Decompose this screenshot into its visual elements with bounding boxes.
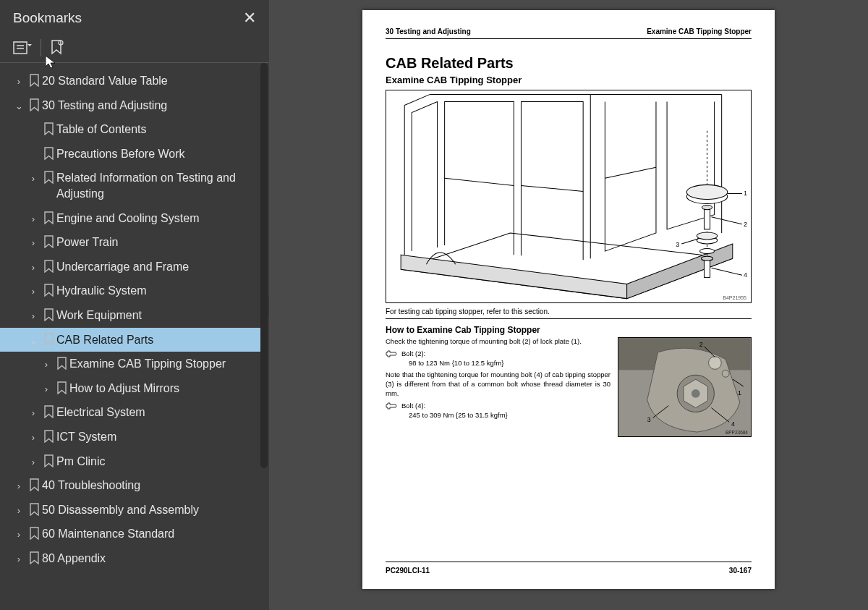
chevron-right-icon[interactable]: › [39, 358, 54, 371]
svg-line-32 [712, 268, 742, 275]
svg-text:2: 2 [744, 221, 747, 228]
bookmark-item[interactable]: ›Pm Clinic [0, 449, 265, 474]
chevron-right-icon[interactable]: › [12, 553, 26, 566]
bookmark-item[interactable]: Precautions Before Work [0, 142, 265, 166]
svg-point-26 [697, 232, 717, 240]
bookmark-item[interactable]: ›20 Standard Value Table [0, 69, 265, 93]
spec2-value: 245 to 309 Nm {25 to 31.5 kgfm} [401, 411, 508, 420]
bookmarks-panel: Bookmarks ✕ ›20 Standard Value Table⌄30 … [0, 0, 269, 610]
bookmark-item[interactable]: ›Electrical System [0, 400, 265, 425]
chevron-right-icon[interactable]: › [26, 261, 41, 274]
chevron-right-icon[interactable]: › [26, 285, 41, 298]
bookmark-icon [41, 284, 56, 297]
pdf-page: 30 Testing and Adjusting Examine CAB Tip… [362, 10, 775, 589]
svg-text:3: 3 [676, 241, 679, 248]
bookmark-label: 30 Testing and Adjusting [42, 98, 259, 114]
bookmarks-header: Bookmarks ✕ [0, 0, 269, 35]
document-area[interactable]: 30 Testing and Adjusting Examine CAB Tip… [269, 0, 868, 610]
figure-bolt-photo: 1 2 3 4 BPP23684 [618, 337, 752, 437]
bookmark-label: Power Train [56, 234, 259, 250]
chevron-right-icon[interactable]: › [26, 172, 41, 185]
chevron-right-icon[interactable]: › [26, 310, 41, 323]
bookmark-item[interactable]: ›Related Information on Testing and Adju… [0, 166, 265, 206]
bookmark-item[interactable]: ›Examine CAB Tipping Stopper [0, 352, 265, 376]
bookmark-item[interactable]: ›Engine and Cooling System [0, 206, 265, 231]
figure2-id: BPP23684 [726, 430, 748, 435]
bookmark-item[interactable]: ›Power Train [0, 230, 265, 255]
bookmark-item[interactable]: ⌄CAB Related Parts [0, 328, 265, 352]
bookmark-label: Work Equipment [56, 308, 259, 323]
bookmark-item[interactable]: ›Hydraulic System [0, 279, 265, 303]
bookmark-icon [54, 381, 69, 394]
chevron-right-icon[interactable]: › [39, 383, 54, 396]
bookmark-icon [41, 454, 56, 467]
chevron-right-icon[interactable]: › [12, 504, 26, 517]
find-bookmark-icon[interactable] [48, 39, 64, 56]
bookmark-item[interactable]: ›ICT System [0, 425, 265, 449]
bookmark-label: 80 Appendix [42, 551, 259, 567]
chevron-right-icon[interactable]: › [26, 213, 41, 226]
close-icon[interactable]: ✕ [243, 9, 256, 27]
chevron-right-icon[interactable]: › [26, 431, 41, 444]
chevron-right-icon[interactable]: › [26, 407, 41, 420]
wrench-icon [386, 350, 397, 360]
svg-point-31 [701, 256, 712, 260]
svg-point-22 [702, 206, 712, 210]
bookmark-label: How to Adjust Mirrors [69, 381, 259, 397]
bookmark-icon [41, 147, 56, 160]
footer-left: PC290LCI-11 [386, 567, 430, 575]
bookmark-icon [41, 235, 56, 248]
bookmark-label: Examine CAB Tipping Stopper [69, 356, 259, 372]
figure-cab-diagram: 1 2 3 4 B4P21955 [386, 90, 752, 303]
bookmark-label: Engine and Cooling System [56, 211, 259, 226]
svg-line-27 [681, 239, 698, 244]
chevron-down-icon[interactable]: ⌄ [26, 334, 41, 347]
bookmark-icon [41, 260, 56, 273]
bookmarks-tree[interactable]: ›20 Standard Value Table⌄30 Testing and … [0, 63, 269, 610]
bookmark-item[interactable]: ›80 Appendix [0, 546, 265, 571]
bookmark-label: Table of Contents [56, 122, 259, 137]
chevron-right-icon[interactable]: › [12, 528, 26, 541]
bookmark-item[interactable]: ›50 Disassembly and Assembly [0, 498, 265, 522]
bookmark-item[interactable]: ›60 Maintenance Standard [0, 522, 265, 546]
options-icon[interactable] [13, 40, 33, 56]
bookmark-icon [41, 308, 56, 321]
bookmark-icon [54, 357, 69, 370]
wrench-icon [386, 402, 397, 412]
bookmark-item[interactable]: ›Work Equipment [0, 303, 265, 328]
bookmark-label: Hydraulic System [56, 283, 259, 299]
bookmark-label: 60 Maintenance Standard [42, 526, 259, 542]
bookmark-label: ICT System [56, 429, 259, 445]
scrollbar[interactable] [260, 63, 268, 468]
chevron-down-icon[interactable]: ⌄ [12, 100, 26, 113]
bookmark-label: 50 Disassembly and Assembly [42, 502, 259, 518]
svg-text:1: 1 [744, 190, 747, 197]
bookmark-label: Related Information on Testing and Adjus… [56, 170, 259, 201]
bookmark-item[interactable]: ›Undercarriage and Frame [0, 255, 265, 279]
bookmark-item[interactable]: ›40 Troubleshooting [0, 473, 265, 498]
bookmark-icon [41, 333, 56, 346]
bookmark-icon [41, 211, 56, 224]
bookmark-label: 40 Troubleshooting [42, 478, 259, 493]
svg-line-8 [404, 94, 430, 105]
svg-rect-21 [704, 208, 710, 229]
svg-line-23 [712, 217, 742, 224]
svg-point-29 [699, 249, 714, 254]
chevron-right-icon[interactable]: › [12, 480, 26, 493]
svg-text:2: 2 [699, 341, 703, 348]
bookmark-icon [26, 98, 42, 111]
bookmark-item[interactable]: ⌄30 Testing and Adjusting [0, 93, 265, 118]
chevron-right-icon[interactable]: › [26, 237, 41, 250]
bookmark-icon [26, 527, 42, 540]
bookmark-item[interactable]: ›How to Adjust Mirrors [0, 376, 265, 401]
bookmarks-title: Bookmarks [13, 10, 82, 26]
svg-text:1: 1 [738, 389, 741, 397]
svg-text:4: 4 [744, 271, 747, 279]
chevron-right-icon[interactable]: › [12, 75, 26, 88]
header-left: 30 Testing and Adjusting [386, 27, 471, 35]
chevron-right-icon[interactable]: › [26, 456, 41, 469]
bookmark-item[interactable]: Table of Contents [0, 117, 265, 142]
bookmark-label: Pm Clinic [56, 454, 259, 470]
bookmark-icon [26, 478, 42, 491]
bookmark-label: Electrical System [56, 404, 259, 420]
